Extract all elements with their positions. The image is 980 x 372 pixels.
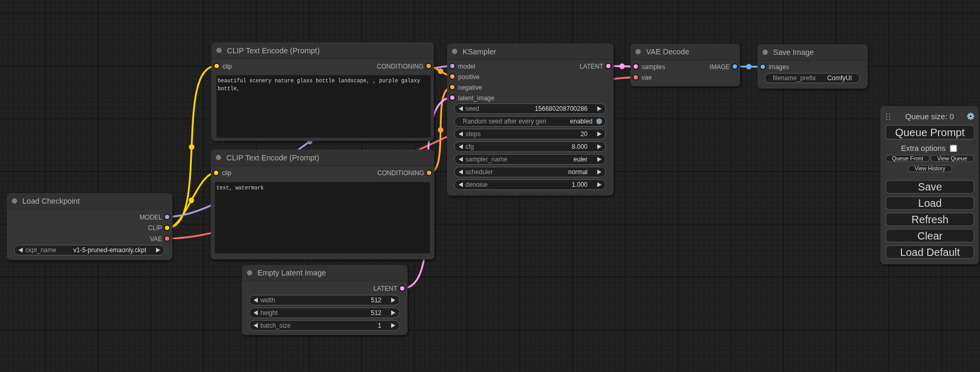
svg-text:clip: clip [222,63,232,70]
svg-text:Load Checkpoint: Load Checkpoint [23,197,80,205]
svg-text:v1-5-pruned-emaonly.ckpt: v1-5-pruned-emaonly.ckpt [73,246,147,254]
svg-text:IMAGE: IMAGE [710,63,730,71]
svg-text:seed: seed [465,105,479,112]
svg-text:cfg: cfg [465,143,474,150]
svg-text:CLIP: CLIP [148,224,162,232]
svg-text:MODEL: MODEL [140,214,162,221]
svg-text:vae: vae [642,74,652,81]
svg-text:Load Default: Load Default [900,246,960,258]
svg-text:156680208700286: 156680208700286 [535,105,587,112]
svg-text:20: 20 [580,130,588,138]
svg-text:height: height [260,309,278,317]
svg-text:KSampler: KSampler [463,47,497,56]
svg-text:View Queue: View Queue [937,155,967,161]
svg-text:images: images [769,63,789,71]
svg-text:Load: Load [918,197,942,209]
svg-text:width: width [260,297,275,304]
svg-text:CONDITIONING: CONDITIONING [377,63,424,70]
svg-text:enabled: enabled [570,118,593,125]
svg-text:sampler_name: sampler_name [465,156,508,163]
svg-text:samples: samples [642,63,665,71]
svg-text:negative: negative [458,84,482,91]
svg-text:denoise: denoise [465,181,488,188]
svg-text:filename_prefix: filename_prefix [773,74,816,82]
svg-text:8.000: 8.000 [571,143,587,150]
svg-text:1.000: 1.000 [571,181,587,188]
svg-text:Random seed after every gen: Random seed after every gen [463,118,546,125]
svg-text:VAE: VAE [150,235,162,243]
svg-text:positive: positive [458,73,480,81]
svg-text:clip: clip [222,169,231,177]
svg-text:Queue Prompt: Queue Prompt [895,127,965,138]
svg-text:beautiful scenery nature glass: beautiful scenery nature glass bottle la… [218,78,420,84]
svg-text:512: 512 [371,297,381,304]
svg-text:ckpt_name: ckpt_name [25,246,56,254]
svg-text:CLIP Text Encode (Prompt): CLIP Text Encode (Prompt) [227,154,319,162]
svg-text:1: 1 [378,322,382,329]
svg-text:512: 512 [371,309,381,317]
svg-text:euler: euler [574,156,588,163]
svg-text:normal: normal [568,168,588,176]
svg-text:CLIP Text Encode (Prompt): CLIP Text Encode (Prompt) [227,46,320,55]
svg-text:batch_size: batch_size [260,322,291,329]
svg-text:View History: View History [915,165,946,171]
svg-text:steps: steps [465,130,481,138]
svg-text:bottle,: bottle, [218,86,240,92]
svg-text:text, watermark: text, watermark [217,185,264,191]
svg-text:Empty Latent Image: Empty Latent Image [258,269,326,277]
svg-text:latent_image: latent_image [458,94,494,102]
svg-text:Queue size: 0: Queue size: 0 [905,112,954,121]
svg-text:Clear: Clear [917,230,943,242]
svg-text:LATENT: LATENT [579,63,604,70]
svg-text:ComfyUI: ComfyUI [827,74,852,82]
svg-text:LATENT: LATENT [373,285,397,292]
svg-text:Refresh: Refresh [911,214,948,225]
svg-text:Extra options: Extra options [901,144,946,152]
svg-text:CONDITIONING: CONDITIONING [377,169,424,177]
svg-text:Save Image: Save Image [773,48,814,56]
svg-text:VAE Decode: VAE Decode [646,47,690,56]
svg-text:model: model [458,63,476,70]
svg-text:Save: Save [918,181,942,193]
svg-text:Queue Front: Queue Front [892,155,923,161]
svg-text:scheduler: scheduler [465,168,493,176]
